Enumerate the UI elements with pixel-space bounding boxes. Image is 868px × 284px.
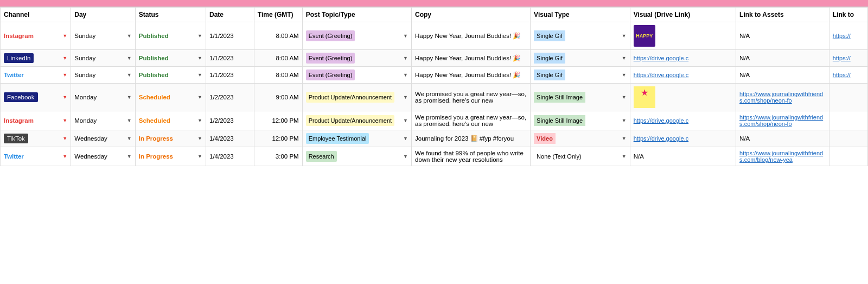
day-dropdown-arrow[interactable]: ▼ <box>127 154 132 159</box>
day-dropdown-arrow[interactable]: ▼ <box>127 136 132 141</box>
date-cell: 1/2/2023 <box>206 111 254 130</box>
topic-label: Event (Greeting) <box>306 53 355 64</box>
col-header-day: Day <box>71 8 135 22</box>
status-dropdown-arrow[interactable]: ▼ <box>197 136 202 141</box>
visual-type-cell: None (Text Only)▼ <box>531 147 630 166</box>
assets-cell: https://www.journalingwithfriends.com/bl… <box>736 147 829 166</box>
status-dropdown-arrow[interactable]: ▼ <box>197 55 202 61</box>
col-header-link-to-assets: Link to Assets <box>736 8 829 22</box>
channel-dropdown-arrow[interactable]: ▼ <box>62 94 67 100</box>
time-cell: 12:00 PM <box>254 130 302 147</box>
col-header-copy: Copy <box>412 8 531 22</box>
table-row: Twitter▼Sunday▼Published▼1/1/20238:00 AM… <box>1 67 868 84</box>
day-dropdown-arrow[interactable]: ▼ <box>127 72 132 78</box>
time-cell: 9:00 AM <box>254 84 302 111</box>
channel-cell: Twitter▼ <box>1 147 71 166</box>
status-cell: In Progress▼ <box>135 130 206 147</box>
table-row: Instagram▼Sunday▼Published▼1/1/20238:00 … <box>1 22 868 50</box>
visual-type-label: Single Still Image <box>534 115 585 126</box>
topic-label: Event (Greeting) <box>306 30 355 41</box>
channel-dropdown-arrow[interactable]: ▼ <box>62 136 67 141</box>
visual-dropdown-arrow[interactable]: ▼ <box>622 94 627 100</box>
topic-dropdown-arrow[interactable]: ▼ <box>403 154 408 159</box>
status-dropdown-arrow[interactable]: ▼ <box>197 94 202 100</box>
day-dropdown-arrow[interactable]: ▼ <box>127 118 132 123</box>
status-dropdown-arrow[interactable]: ▼ <box>197 154 202 159</box>
thumbnail-neon: ★ <box>634 86 655 108</box>
assets-cell: N/A <box>736 130 829 147</box>
topic-cell: Event (Greeting)▼ <box>302 22 411 50</box>
linkto-cell: https:// <box>829 67 867 84</box>
day-cell: Wednesday▼ <box>71 130 135 147</box>
visual-type-cell: Video▼ <box>531 130 630 147</box>
day-label: Monday <box>74 117 97 124</box>
thumbnail-2023: HAPPY NEW YEAR 2023 <box>634 25 655 47</box>
day-label: Wednesday <box>74 153 107 160</box>
copy-cell: We promised you a great new year—so, as … <box>412 84 531 111</box>
col-header-channel: Channel <box>1 8 71 22</box>
day-dropdown-arrow[interactable]: ▼ <box>127 94 132 100</box>
visual-type-label: Single Gif <box>534 53 565 64</box>
visual-dropdown-arrow[interactable]: ▼ <box>622 72 627 78</box>
copy-cell: Happy New Year, Journal Buddies! 🎉 <box>412 67 531 84</box>
linkto-cell <box>829 111 867 130</box>
channel-cell: Instagram▼ <box>1 111 71 130</box>
drive-link[interactable]: https://drive.google.c <box>634 135 689 142</box>
day-cell: Sunday▼ <box>71 50 135 67</box>
status-cell: Published▼ <box>135 50 206 67</box>
topic-dropdown-arrow[interactable]: ▼ <box>403 136 408 141</box>
assets-link[interactable]: https://www.journalingwithfriends.com/bl… <box>739 150 823 163</box>
status-dropdown-arrow[interactable]: ▼ <box>197 72 202 78</box>
topic-dropdown-arrow[interactable]: ▼ <box>403 33 408 39</box>
visual-dropdown-arrow[interactable]: ▼ <box>622 118 627 123</box>
channel-dropdown-arrow[interactable]: ▼ <box>62 118 67 123</box>
col-header-visual--drive-link-: Visual (Drive Link) <box>630 8 736 22</box>
topic-dropdown-arrow[interactable]: ▼ <box>403 94 408 100</box>
assets-link[interactable]: https://www.journalingwithfriends.com/sh… <box>739 114 823 127</box>
channel-dropdown-arrow[interactable]: ▼ <box>62 154 67 159</box>
status-dropdown-arrow[interactable]: ▼ <box>197 33 202 39</box>
visual-type-cell: Single Still Image▼ <box>531 111 630 130</box>
day-dropdown-arrow[interactable]: ▼ <box>127 33 132 39</box>
visual-dropdown-arrow[interactable]: ▼ <box>622 55 627 61</box>
channel-label: Twitter <box>4 153 24 160</box>
day-cell: Monday▼ <box>71 111 135 130</box>
visual-dropdown-arrow[interactable]: ▼ <box>622 136 627 141</box>
assets-cell: N/A <box>736 50 829 67</box>
topic-label: Event (Greeting) <box>306 70 355 80</box>
linkto-link[interactable]: https:// <box>833 55 851 61</box>
day-cell: Wednesday▼ <box>71 147 135 166</box>
channel-label: Twitter <box>4 72 24 78</box>
visual-drive-cell: https://drive.google.c <box>630 130 736 147</box>
topic-dropdown-arrow[interactable]: ▼ <box>403 55 408 61</box>
channel-dropdown-arrow[interactable]: ▼ <box>62 33 67 39</box>
channel-dropdown-arrow[interactable]: ▼ <box>62 55 67 61</box>
day-dropdown-arrow[interactable]: ▼ <box>127 55 132 61</box>
day-label: Sunday <box>74 33 95 39</box>
topic-dropdown-arrow[interactable]: ▼ <box>403 72 408 78</box>
week-header <box>0 0 868 7</box>
drive-link[interactable]: https://drive.google.c <box>634 117 689 124</box>
topic-label: Product Update/Announcement <box>306 115 395 126</box>
channel-label: Instagram <box>4 33 34 39</box>
visual-dropdown-arrow[interactable]: ▼ <box>622 154 627 159</box>
linkto-link[interactable]: https:// <box>833 33 851 39</box>
visual-drive-cell: https://drive.google.c <box>630 67 736 84</box>
drive-link[interactable]: https://drive.google.c <box>634 55 689 61</box>
visual-dropdown-arrow[interactable]: ▼ <box>622 33 627 39</box>
topic-dropdown-arrow[interactable]: ▼ <box>403 118 408 123</box>
drive-link[interactable]: https://drive.google.c <box>634 72 689 78</box>
table-row: Instagram▼Monday▼Scheduled▼1/2/202312:00… <box>1 111 868 130</box>
channel-cell: Instagram▼ <box>1 22 71 50</box>
visual-drive-cell: https://drive.google.c <box>630 111 736 130</box>
channel-label: Facebook <box>4 92 38 102</box>
status-cell: Published▼ <box>135 67 206 84</box>
channel-cell: Twitter▼ <box>1 67 71 84</box>
assets-link[interactable]: https://www.journalingwithfriends.com/sh… <box>739 91 823 104</box>
status-dropdown-arrow[interactable]: ▼ <box>197 118 202 123</box>
linkto-cell <box>829 84 867 111</box>
channel-dropdown-arrow[interactable]: ▼ <box>62 72 67 78</box>
topic-cell: Employee Testimonial▼ <box>302 130 411 147</box>
linkto-link[interactable]: https:// <box>833 72 851 78</box>
col-header-post-topic-type: Post Topic/Type <box>302 8 411 22</box>
